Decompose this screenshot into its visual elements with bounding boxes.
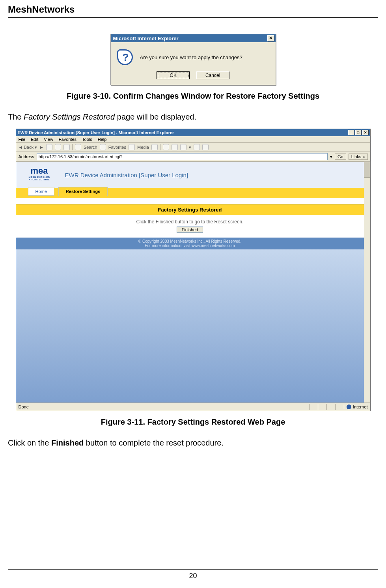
confirm-dialog: Microsoft Internet Explorer ✕ Are you su…: [110, 34, 276, 85]
body-2-bold: Finished: [51, 438, 84, 447]
address-dropdown-icon[interactable]: ▾: [330, 154, 332, 159]
figure-3-10: Microsoft Internet Explorer ✕ Are you su…: [8, 34, 378, 85]
menu-help[interactable]: Help: [98, 137, 107, 142]
page-footer: 20: [8, 569, 378, 580]
refresh-icon[interactable]: [55, 144, 61, 150]
body-text-2: Click on the Finished button to complete…: [8, 438, 378, 448]
copyright-line2-pre: For more information, visit: [145, 243, 191, 248]
links-button[interactable]: Links »: [349, 154, 368, 160]
dialog-titlebar: Microsoft Internet Explorer ✕: [111, 34, 276, 42]
figure-3-11-caption: Figure 3-11. Factory Settings Restored W…: [8, 418, 378, 427]
browser-window: EWR Device Administration [Super User Lo…: [16, 129, 371, 411]
stop-icon[interactable]: [46, 144, 52, 150]
print-icon[interactable]: [172, 144, 178, 150]
body-1-pre: The: [8, 112, 24, 121]
instruction-text: Click the Finished button to go to the R…: [16, 215, 364, 227]
finished-row: Finished: [16, 227, 364, 238]
media-label[interactable]: Media: [137, 145, 149, 150]
media-icon[interactable]: [129, 144, 135, 150]
page-header: mea MESH ENABLED ARCHITECTURE EWR Device…: [16, 162, 364, 188]
copyright-line1: © Copyright 2003 MeshNetworks Inc., All …: [19, 239, 361, 243]
history-icon[interactable]: [151, 144, 158, 150]
forward-button[interactable]: ►: [39, 145, 44, 150]
address-input[interactable]: [37, 153, 328, 160]
search-icon[interactable]: [75, 144, 81, 150]
globe-icon: [347, 404, 351, 409]
dialog-body: Are you sure you want to apply the chang…: [111, 42, 276, 69]
favorites-icon[interactable]: [100, 144, 106, 150]
ok-button[interactable]: OK: [157, 71, 190, 79]
restored-banner: Factory Settings Restored: [16, 204, 364, 215]
nav-row: Home Restore Settings: [16, 188, 364, 198]
search-label[interactable]: Search: [84, 145, 97, 150]
tab-restore-settings[interactable]: Restore Settings: [58, 187, 108, 196]
minimize-icon[interactable]: _: [348, 130, 354, 135]
finished-button[interactable]: Finished: [177, 227, 203, 233]
browser-menubar: File Edit View Favorites Tools Help: [16, 136, 370, 143]
dialog-message: Are you sure you want to apply the chang…: [140, 54, 242, 60]
doc-header: MeshNetworks: [8, 0, 378, 18]
close-icon[interactable]: ✕: [362, 130, 369, 135]
page-title: EWR Device Administration [Super User Lo…: [57, 172, 188, 178]
menu-tools[interactable]: Tools: [82, 137, 92, 142]
browser-toolbar: ◄ Back ▾ ► Search Favorites Media ▾: [16, 143, 370, 152]
body-2-pre: Click on the: [8, 438, 51, 447]
mail-icon[interactable]: [163, 144, 169, 150]
back-label: Back: [24, 145, 33, 150]
maximize-icon[interactable]: □: [355, 130, 362, 135]
browser-content: mea MESH ENABLED ARCHITECTURE EWR Device…: [16, 162, 370, 403]
messenger-icon[interactable]: [202, 144, 209, 150]
spacer: [16, 198, 364, 204]
status-internet-label: Internet: [353, 404, 367, 409]
status-cell: [318, 404, 326, 410]
status-done: Done: [19, 404, 29, 409]
body-1-italic: Factory Settings Restored: [24, 112, 115, 121]
discuss-icon[interactable]: [194, 144, 200, 150]
go-button[interactable]: Go: [335, 154, 346, 160]
status-zone: Internet: [344, 404, 367, 409]
address-label: Address: [19, 154, 34, 159]
scrollbar-thumb[interactable]: [364, 162, 370, 178]
body-2-post: button to complete the reset procedure.: [84, 438, 224, 447]
browser-statusbar: Done Internet: [16, 403, 370, 411]
status-cell: [309, 404, 318, 410]
figure-3-10-caption: Figure 3-10. Confirm Changes Window for …: [8, 92, 378, 101]
menu-edit[interactable]: Edit: [31, 137, 38, 142]
question-icon: [117, 49, 133, 65]
dialog-title: Microsoft Internet Explorer: [113, 36, 179, 41]
back-button[interactable]: ◄ Back ▾: [19, 145, 37, 150]
close-icon[interactable]: ✕: [267, 35, 274, 41]
copyright-block: © Copyright 2003 MeshNetworks Inc., All …: [16, 238, 364, 249]
copyright-link[interactable]: www.meshnetworks.com: [192, 243, 235, 248]
browser-titlebar: EWR Device Administration [Super User Lo…: [16, 129, 370, 136]
browser-title: EWR Device Administration [Super User Lo…: [18, 130, 174, 135]
dialog-buttons: OK Cancel: [111, 69, 276, 85]
status-cell: [326, 404, 335, 410]
tool-dropdown-icon[interactable]: ▾: [189, 145, 191, 150]
mea-logo: mea MESH ENABLED ARCHITECTURE: [22, 166, 57, 184]
edit-icon[interactable]: [180, 144, 186, 150]
menu-file[interactable]: File: [19, 137, 26, 142]
body-1-post: page will be displayed.: [115, 112, 196, 121]
tab-home[interactable]: Home: [28, 187, 54, 196]
menu-favorites[interactable]: Favorites: [59, 137, 76, 142]
status-cell: [335, 404, 344, 410]
logo-text: mea: [30, 166, 48, 176]
browser-addressbar: Address ▾ Go Links »: [16, 152, 370, 162]
body-text-1: The Factory Settings Restored page will …: [8, 112, 378, 122]
cancel-button[interactable]: Cancel: [196, 71, 229, 79]
menu-view[interactable]: View: [44, 137, 53, 142]
figure-3-11: EWR Device Administration [Super User Lo…: [8, 129, 378, 411]
favorites-label[interactable]: Favorites: [108, 145, 126, 150]
logo-subtext: MESH ENABLED ARCHITECTURE: [22, 176, 57, 181]
home-icon[interactable]: [63, 144, 70, 150]
page-number: 20: [189, 572, 197, 580]
